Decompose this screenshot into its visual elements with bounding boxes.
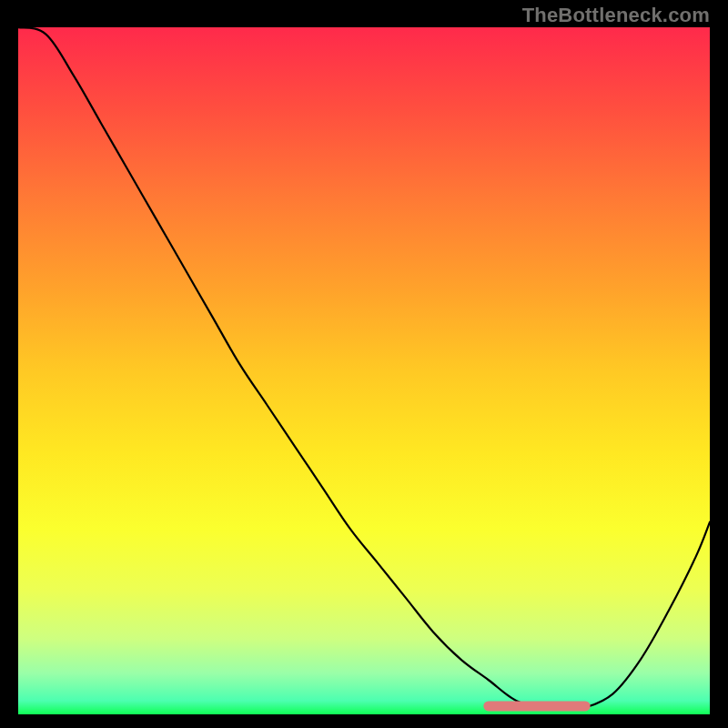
- watermark-text: TheBottleneck.com: [522, 4, 710, 27]
- chart-plot-area: [18, 27, 710, 714]
- chart-frame: TheBottleneck.com: [0, 0, 728, 728]
- gradient-background: [18, 27, 710, 714]
- chart-svg: [18, 27, 710, 714]
